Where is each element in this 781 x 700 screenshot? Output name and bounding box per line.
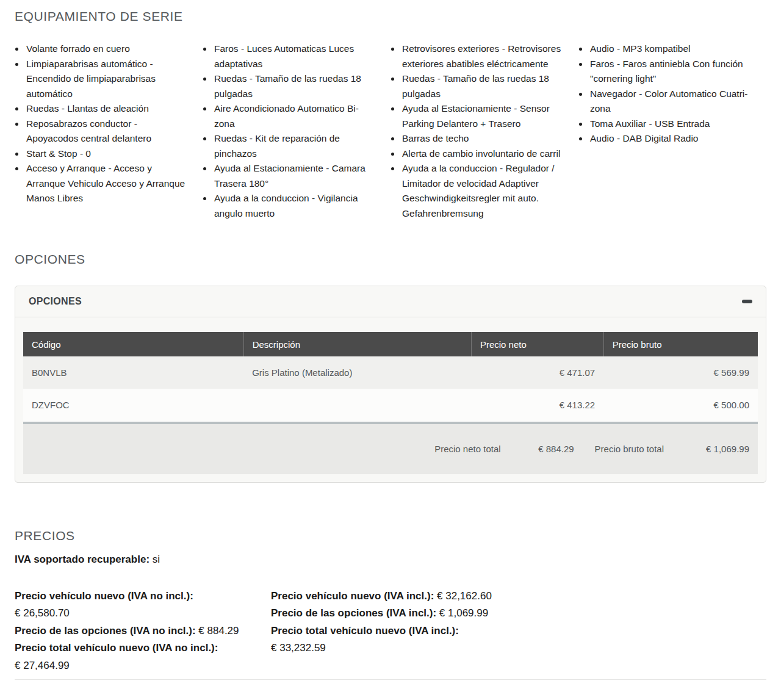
options-section-title: OPCIONES [15, 250, 766, 269]
table-row: B0NVLB Gris Platino (Metalizado) € 471.0… [23, 356, 758, 389]
options-panel: OPCIONES Código Descripción Precio neto … [15, 286, 766, 483]
cell-precio-bruto: € 569.99 [603, 356, 758, 389]
equipment-column-2: Faros - Luces Automaticas Luces adaptati… [203, 41, 390, 221]
equipment-item: Retrovisores exteriores - Retrovisores e… [401, 41, 563, 71]
options-table-header-row: Código Descripción Precio neto Precio br… [23, 332, 758, 356]
equipment-item: Alerta de cambio involuntario de carril [401, 146, 563, 162]
total-neto-value: € 884.29 [519, 444, 574, 454]
equipment-item: Ruedas - Tamaño de las ruedas 18 pulgada… [401, 71, 563, 101]
equipment-item: Navegador - Color Automatico Cuatri-zona [589, 87, 750, 117]
price-summary: Precio vehículo nuevo (IVA no incl.): € … [15, 588, 766, 675]
bottom-divider [15, 679, 766, 680]
header-codigo: Código [23, 332, 243, 356]
equipment-item: Aire Acondicionado Automatico Bi-zona [213, 101, 375, 131]
equipment-list: Volante forrado en cuero Limpiaparabrisa… [15, 41, 766, 221]
equipment-column-1: Volante forrado en cuero Limpiaparabrisa… [15, 41, 203, 221]
header-precio-bruto: Precio bruto [603, 332, 758, 356]
equipment-item: Ayuda a la conduccion - Regulador / Limi… [401, 161, 563, 221]
price-item: Precio de las opciones (IVA no incl.): €… [15, 622, 271, 640]
equipment-item: Ayuda al Estacionamiente - Sensor Parkin… [401, 101, 563, 131]
equipment-item: Acceso y Arranque - Acceso y Arranque Ve… [25, 161, 187, 206]
equipment-item: Start & Stop - 0 [25, 146, 187, 162]
equipment-item: Toma Auxiliar - USB Entrada [589, 117, 750, 132]
options-panel-title: OPCIONES [29, 296, 82, 307]
vehicle-config-page: EQUIPAMIENTO DE SERIE Volante forrado en… [0, 0, 781, 680]
price-column-iva: Precio vehículo nuevo (IVA incl.): € 32,… [271, 588, 527, 675]
equipment-item: Faros - Faros antiniebla Con función "co… [589, 57, 750, 87]
total-bruto-label: Precio bruto total [595, 444, 664, 454]
equipment-item: Ayuda a la conduccion - Vigilancia angul… [213, 191, 375, 221]
equipment-item: Ayuda al Estacionamiente - Camara Traser… [213, 161, 375, 191]
equipment-item: Barras de techo [401, 131, 563, 146]
equipment-column-3: Retrovisores exteriores - Retrovisores e… [390, 41, 578, 221]
options-table: Código Descripción Precio neto Precio br… [23, 332, 758, 422]
options-panel-header[interactable]: OPCIONES [15, 286, 766, 317]
cell-codigo: DZVFOC [23, 389, 243, 421]
total-neto-label: Precio neto total [434, 444, 500, 454]
cell-descripcion: Gris Platino (Metalizado) [243, 356, 471, 389]
cell-descripcion [243, 389, 471, 421]
total-bruto-value: € 1,069.99 [682, 444, 749, 454]
cell-precio-neto: € 471.07 [471, 356, 603, 389]
equipment-item: Audio - DAB Digital Radio [589, 131, 750, 146]
price-item: Precio vehículo nuevo (IVA incl.): € 32,… [271, 588, 527, 605]
cell-precio-neto: € 413.22 [471, 389, 603, 421]
price-item: Precio de las opciones (IVA incl.): € 1,… [271, 605, 527, 622]
equipment-item: Volante forrado en cuero [25, 41, 187, 57]
price-item: Precio vehículo nuevo (IVA no incl.): € … [15, 588, 271, 622]
table-row: DZVFOC € 413.22 € 500.00 [23, 389, 758, 421]
equipment-item: Ruedas - Kit de reparación de pinchazos [213, 131, 375, 161]
equipment-item: Reposabrazos conductor - Apoyacodos cent… [25, 117, 187, 146]
price-column-no-iva: Precio vehículo nuevo (IVA no incl.): € … [15, 588, 271, 675]
iva-value: si [153, 554, 160, 565]
price-item: Precio total vehículo nuevo (IVA no incl… [15, 640, 271, 674]
equipment-title: EQUIPAMIENTO DE SERIE [15, 7, 766, 26]
totals-row: Precio neto total € 884.29 Precio bruto … [23, 422, 758, 474]
equipment-item: Faros - Luces Automaticas Luces adaptati… [213, 41, 375, 71]
equipment-item: Limpiaparabrisas automático - Encendido … [25, 57, 187, 102]
cell-precio-bruto: € 500.00 [603, 389, 758, 421]
cell-codigo: B0NVLB [23, 356, 243, 389]
equipment-item: Ruedas - Llantas de aleación [25, 101, 187, 117]
equipment-item: Ruedas - Tamaño de las ruedas 18 pulgada… [213, 71, 375, 101]
equipment-item: Audio - MP3 kompatibel [589, 41, 750, 57]
equipment-column-4: Audio - MP3 kompatibel Faros - Faros ant… [578, 41, 766, 221]
collapse-minus-icon[interactable] [742, 300, 752, 303]
iva-line: IVA soportado recuperable: si [15, 554, 766, 566]
options-panel-body: Código Descripción Precio neto Precio br… [15, 317, 766, 482]
header-descripcion: Descripción [243, 332, 471, 356]
iva-label: IVA soportado recuperable: [15, 554, 149, 565]
header-precio-neto: Precio neto [471, 332, 603, 356]
prices-section-title: PRECIOS [15, 527, 766, 545]
price-item: Precio total vehículo nuevo (IVA incl.):… [271, 622, 527, 657]
